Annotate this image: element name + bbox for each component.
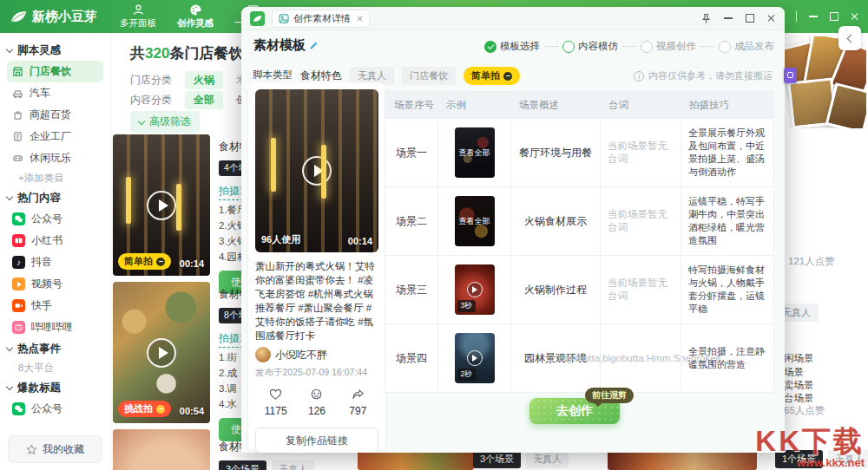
likes-stat[interactable]: 1175: [255, 388, 296, 417]
author-row: 小倪吃不胖: [255, 347, 378, 362]
tab-close-icon[interactable]: [357, 16, 363, 22]
tab-material-detail[interactable]: 创作素材详情: [272, 10, 370, 28]
pin-icon[interactable]: [701, 13, 711, 24]
close-button[interactable]: [851, 12, 859, 21]
header-tips: 拍摄技巧: [681, 99, 773, 112]
minimize-button[interactable]: [809, 16, 818, 17]
sidebar-item-label: 抖音: [31, 255, 52, 270]
video-duration: 00:14: [348, 236, 372, 246]
source-video-thumbnail[interactable]: 96人使用 00:14: [255, 89, 378, 252]
maximize-button[interactable]: [746, 14, 754, 23]
modal-title-bar: 创作素材详情: [241, 7, 785, 30]
sidebar-item-label: 企业工厂: [30, 129, 71, 144]
scene-thumbnail[interactable]: 3秒: [455, 264, 495, 315]
go-create-button[interactable]: 去创作 前往混剪: [529, 398, 620, 424]
video-thumbnail[interactable]: 简单拍 00:14: [113, 134, 210, 276]
tab-title: 创作素材详情: [293, 12, 351, 25]
brand-logo: 新榜小豆芽: [0, 9, 97, 25]
add-category-button[interactable]: +添加类目: [7, 169, 103, 187]
comments-count: 126: [308, 405, 326, 417]
sidebar-item-douyin[interactable]: ♪ 抖音: [7, 251, 103, 273]
scene-thumbnail[interactable]: 查看全部: [455, 196, 495, 246]
sidebar-item-label: 视频号: [31, 277, 62, 291]
chevron-down-icon: [6, 46, 13, 53]
filter-option-all[interactable]: 全部: [185, 91, 223, 109]
scene-thumbnail[interactable]: 2秒: [455, 333, 495, 383]
progress-stepper: 模板选择 内容模仿 视频创作 成品发布: [484, 40, 774, 53]
table-row: 场景三 3秒 火锅制作过程 当前场景暂无台词 特写拍摄海鲜食材与火锅，人物戴手套…: [385, 255, 773, 323]
likes-count: 1175: [265, 405, 287, 417]
sidebar-group-script-inspiration[interactable]: 脚本灵感: [7, 40, 103, 61]
author-name: 小倪吃不胖: [275, 348, 327, 362]
favorites-label: 我的收藏: [43, 442, 84, 457]
leaf-icon: [10, 10, 27, 23]
sidebar-item-xiaohongshu[interactable]: 小红书: [7, 230, 103, 251]
go-create-label: 去创作: [556, 403, 593, 419]
step-connector: [622, 46, 636, 47]
sidebar-item-bilibili[interactable]: 哔哩哔哩: [7, 317, 103, 338]
sidebar-item-label: 汽车: [30, 86, 50, 101]
result-count: 320: [145, 45, 169, 62]
photo-icon: [279, 14, 289, 23]
group-title-label: 热门内容: [17, 191, 61, 206]
nav-multi-panel[interactable]: 多开面板: [120, 3, 156, 29]
category-tag: 门店餐饮: [402, 67, 456, 85]
scene-thumbnail[interactable]: 查看全部: [455, 127, 495, 178]
heart-icon: [269, 388, 282, 401]
reference-notice: 内容仅供参考，请勿直接搬运: [634, 69, 773, 82]
sidebar-item-wechat-official[interactable]: 公众号: [7, 208, 103, 230]
sidebar-item-8-platforms[interactable]: 8大平台: [7, 359, 103, 377]
video-thumbnail[interactable]: 挑战拍 00:54: [113, 282, 210, 423]
scene-number: 场景三: [385, 256, 437, 323]
challenge-shoot-tag: 挑战拍: [118, 401, 171, 417]
play-icon: [467, 350, 483, 366]
comments-stat[interactable]: 126: [296, 388, 337, 417]
video-thumbnail[interactable]: [113, 429, 210, 470]
advanced-filter-button[interactable]: 高级筛选: [130, 111, 200, 133]
add-category-label: +添加类目: [18, 172, 64, 185]
sidebar-group-hot-events[interactable]: 热点事件: [7, 338, 103, 359]
brand-name: 新榜小豆芽: [32, 9, 97, 25]
tag-icon: [156, 405, 165, 414]
play-icon: [467, 282, 483, 297]
page-title: 共320条门店餐饮: [130, 43, 243, 63]
group-title-label: 热点事件: [17, 342, 61, 356]
group-title-label: 爆款标题: [17, 381, 61, 395]
sidebar-item-leisure[interactable]: 休闲玩乐: [7, 147, 103, 169]
app-window: 新榜小豆芽 多开面板 创作灵感 一键发布 脚本灵感: [0, 0, 868, 470]
star-icon: [26, 444, 37, 455]
wechat-icon: [12, 212, 25, 225]
sidebar-item-enterprise[interactable]: 企业工厂: [7, 126, 103, 147]
nav-creation-inspiration[interactable]: 创作灵感: [177, 3, 214, 29]
like-count: 121人点赞: [788, 255, 835, 268]
my-favorites-button[interactable]: 我的收藏: [8, 435, 102, 463]
sidebar-item-car[interactable]: 汽车: [7, 82, 103, 104]
play-icon: [302, 156, 332, 186]
filter-option-hotpot[interactable]: 火锅: [185, 71, 223, 89]
sidebar-item-label: 商超百货: [30, 108, 71, 122]
copy-link-button[interactable]: 复制作品链接: [255, 428, 378, 453]
scene-overview: 火锅食材展示: [510, 187, 600, 255]
collapse-panel-button[interactable]: [838, 26, 861, 50]
sidebar-item-wechat-official-2[interactable]: 公众号: [7, 398, 103, 420]
gamepad-icon: [12, 153, 23, 164]
maximize-button[interactable]: [830, 12, 838, 21]
sidebar-item-shipinhao[interactable]: 视频号: [7, 273, 103, 295]
chevron-down-icon: [6, 344, 13, 351]
minimize-button[interactable]: [724, 17, 733, 19]
floating-widget-badge[interactable]: [784, 68, 797, 83]
play-icon: [147, 338, 176, 368]
sidebar-item-label: 8大平台: [18, 362, 54, 375]
scene-number: 场景四: [385, 324, 437, 392]
sidebar-item-kuaishou[interactable]: 快手: [7, 295, 103, 317]
shares-stat[interactable]: 797: [338, 388, 378, 417]
sidebar-item-supermarket[interactable]: 商超百货: [7, 104, 103, 126]
sidebar-group-hot-titles[interactable]: 爆款标题: [7, 377, 103, 398]
close-button[interactable]: [767, 14, 776, 23]
sidebar-item-restaurant[interactable]: 门店餐饮: [7, 61, 103, 82]
group-title-label: 脚本灵感: [17, 43, 61, 58]
sidebar-item-label: 公众号: [31, 212, 62, 226]
step-video-create: 视频创作: [641, 40, 696, 53]
sidebar-group-hot-content[interactable]: 热门内容: [7, 187, 103, 208]
advanced-filter-label: 高级筛选: [149, 114, 191, 129]
